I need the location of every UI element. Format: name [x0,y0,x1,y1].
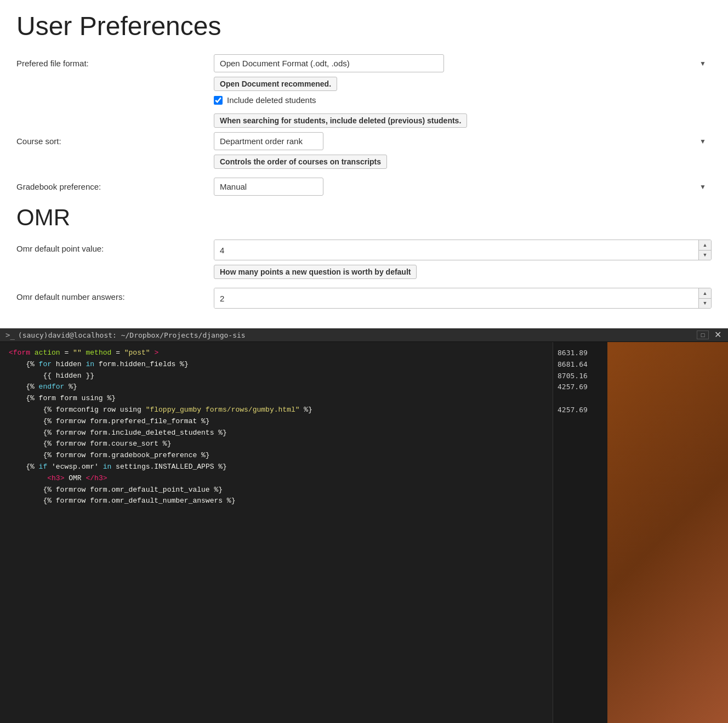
omr-heading: OMR [16,204,712,231]
number-2: 8681.64 [558,359,603,371]
gradebook-preference-label: Gradebook preference: [16,178,214,191]
page-wrapper: User Preferences Prefered file format: O… [0,0,728,723]
number-6: 4257.69 [558,405,603,416]
course-sort-select-wrapper: Department order rank Alphabetical Cours… [214,132,712,150]
terminal-line-11: {% if 'ecwsp.omr' in settings.INSTALLED_… [9,462,544,473]
terminal-close-button[interactable]: ✕ [713,331,723,339]
deleted-students-description-row: When searching for students, include del… [16,113,712,128]
terminal-line-5: {% form form using %} [9,393,544,405]
omr-point-value-label: Omr default point value: [16,240,214,253]
terminal-titlebar: >_ (saucy)david@localhost: ~/Dropbox/Pro… [0,328,728,342]
omr-point-value-controls: ▲ ▼ How many points a new question is wo… [214,240,712,279]
number-1: 8631.89 [558,348,603,359]
terminal-body: <form action = "" method = "post" > {% f… [0,342,553,723]
terminal-split: <form action = "" method = "post" > {% f… [0,342,728,723]
open-document-hint: Open Document recommened. [214,77,337,91]
numbers-panel: 8631.89 8681.64 8705.16 4257.69 4257.69 [553,342,607,723]
terminal-prompt-icon: >_ [5,331,15,339]
omr-number-answers-input-wrapper: ▲ ▼ [214,288,712,309]
number-4: 4257.69 [558,382,603,393]
omr-point-hint: How many points a new question is worth … [214,265,417,279]
terminal-title: >_ (saucy)david@localhost: ~/Dropbox/Pro… [5,331,246,339]
deleted-students-description: When searching for students, include del… [214,113,467,128]
terminal-line-14: {% formrow form.omr_default_number_answe… [9,496,544,507]
gradebook-preference-row: Gradebook preference: Manual Automatic D… [16,178,712,196]
terminal-line-7: {% formrow form.prefered_file_format %} [9,416,544,428]
omr-point-value-up-button[interactable]: ▲ [699,240,711,250]
terminal-actions: □ ✕ [697,331,723,339]
omr-number-answers-spinner: ▲ ▼ [698,288,711,308]
omr-number-answers-row: Omr default number answers: ▲ ▼ [16,288,712,309]
course-sort-hint: Controls the order of courses on transcr… [214,155,387,169]
omr-point-value-spinner: ▲ ▼ [698,240,711,260]
terminal-line-10: {% formrow form.gradebook_preference %} [9,450,544,462]
preferred-file-format-row: Prefered file format: Open Document Form… [16,54,712,105]
terminal-line-12: <h3> OMR </h3> [9,473,544,485]
gradebook-preference-select[interactable]: Manual Automatic Default [214,178,323,196]
image-panel [607,342,728,723]
omr-number-answers-controls: ▲ ▼ [214,288,712,309]
course-sort-row: Course sort: Department order rank Alpha… [16,132,712,169]
terminal-line-8: {% formrow form.include_deleted_students… [9,428,544,439]
terminal-line-9: {% formrow form.course_sort %} [9,439,544,450]
page-title: User Preferences [16,11,712,41]
preferred-file-format-controls: Open Document Format (.odt, .ods) Micros… [214,54,712,105]
terminal-line-4: {% endfor %} [9,382,544,393]
omr-number-answers-down-button[interactable]: ▼ [699,298,711,308]
omr-point-value-input[interactable] [214,240,698,260]
course-sort-select[interactable]: Department order rank Alphabetical Cours… [214,132,323,150]
course-sort-controls: Department order rank Alphabetical Cours… [214,132,712,169]
omr-point-value-input-wrapper: ▲ ▼ [214,240,712,260]
terminal-maximize-button[interactable]: □ [697,331,709,339]
form-section: User Preferences Prefered file format: O… [0,0,728,328]
terminal-line-6: {% formconfig row using "floppy_gumby fo… [9,405,544,416]
preferred-file-format-select-wrapper: Open Document Format (.odt, .ods) Micros… [214,54,712,72]
terminal-container: >_ (saucy)david@localhost: ~/Dropbox/Pro… [0,328,728,723]
course-sort-label: Course sort: [16,132,214,146]
preferred-file-format-select[interactable]: Open Document Format (.odt, .ods) Micros… [214,54,444,72]
number-5 [558,393,603,405]
omr-point-value-down-button[interactable]: ▼ [699,250,711,260]
number-3: 8705.16 [558,371,603,382]
terminal-line-2: {% for hidden in form.hidden_fields %} [9,359,544,371]
gradebook-preference-select-wrapper: Manual Automatic Default [214,178,712,196]
omr-point-value-row: Omr default point value: ▲ ▼ How many po… [16,240,712,279]
terminal-line-1: <form action = "" method = "post" > [9,348,544,359]
include-deleted-students-row: Include deleted students [214,95,712,105]
include-deleted-students-checkbox[interactable] [214,96,223,105]
terminal-line-3: {{ hidden }} [9,371,544,382]
gradebook-preference-controls: Manual Automatic Default [214,178,712,196]
omr-number-answers-up-button[interactable]: ▲ [699,288,711,298]
preferred-file-format-label: Prefered file format: [16,54,214,68]
omr-number-answers-input[interactable] [214,288,698,308]
terminal-line-13: {% formrow form.omr_default_point_value … [9,485,544,496]
include-deleted-students-label: Include deleted students [227,95,316,105]
omr-number-answers-label: Omr default number answers: [16,288,214,301]
terminal-title-text: (saucy)david@localhost: ~/Dropbox/Projec… [18,331,246,339]
